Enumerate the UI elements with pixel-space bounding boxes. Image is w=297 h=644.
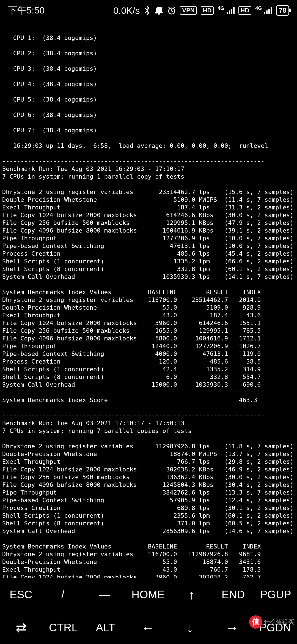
status-bar: 下午5:50 0.0K/s VPN HD 4G HD 4G 78 bbox=[0, 0, 297, 21]
alarm-icon bbox=[167, 6, 176, 15]
watermark-icon: 值 bbox=[249, 615, 262, 629]
net-tag-1: 4G bbox=[218, 6, 224, 11]
key-dash[interactable]: — bbox=[90, 588, 120, 601]
terminal-output[interactable]: CPU 1: (38.4 bogomips) CPU 2: (38.4 bogo… bbox=[0, 21, 297, 644]
watermark-text: 什么值得买 bbox=[264, 618, 294, 626]
net-speed: 0.0K/s bbox=[113, 5, 140, 16]
kbd-row-1: ESC / — HOME ↑ END PGUP bbox=[0, 578, 297, 611]
net-tag-2: 4G bbox=[255, 6, 262, 11]
status-icons: 0.0K/s VPN HD 4G HD 4G 78 bbox=[113, 5, 289, 16]
battery-indicator: 78 bbox=[276, 5, 289, 16]
key-tab[interactable]: ⇄ bbox=[6, 620, 36, 635]
vpn-badge: VPN bbox=[180, 6, 197, 15]
mute-icon bbox=[155, 6, 163, 15]
key-left[interactable]: ← bbox=[133, 620, 163, 635]
status-time: 下午5:50 bbox=[8, 4, 45, 17]
key-slash[interactable]: / bbox=[48, 588, 78, 601]
key-up[interactable]: ↑ bbox=[176, 587, 207, 602]
key-right[interactable]: → bbox=[217, 620, 247, 635]
signal-icon-1 bbox=[227, 7, 235, 14]
watermark: 值 什么值得买 bbox=[249, 615, 294, 629]
key-home[interactable]: HOME bbox=[131, 588, 164, 601]
key-esc[interactable]: ESC bbox=[6, 588, 36, 601]
hd-badge-2: HD bbox=[238, 6, 252, 15]
soft-keyboard: ESC / — HOME ↑ END PGUP ⇄ CTRL ALT ← ↓ →… bbox=[0, 578, 297, 644]
key-ctrl[interactable]: CTRL bbox=[48, 621, 78, 634]
key-down[interactable]: ↓ bbox=[175, 620, 205, 635]
key-pgup[interactable]: PGUP bbox=[260, 588, 291, 601]
key-end[interactable]: END bbox=[218, 588, 248, 601]
key-alt[interactable]: ALT bbox=[90, 621, 121, 634]
hd-badge-1: HD bbox=[201, 6, 214, 15]
bluetooth-icon bbox=[144, 6, 151, 15]
signal-icon-2 bbox=[264, 7, 272, 14]
svg-point-0 bbox=[158, 13, 160, 14]
